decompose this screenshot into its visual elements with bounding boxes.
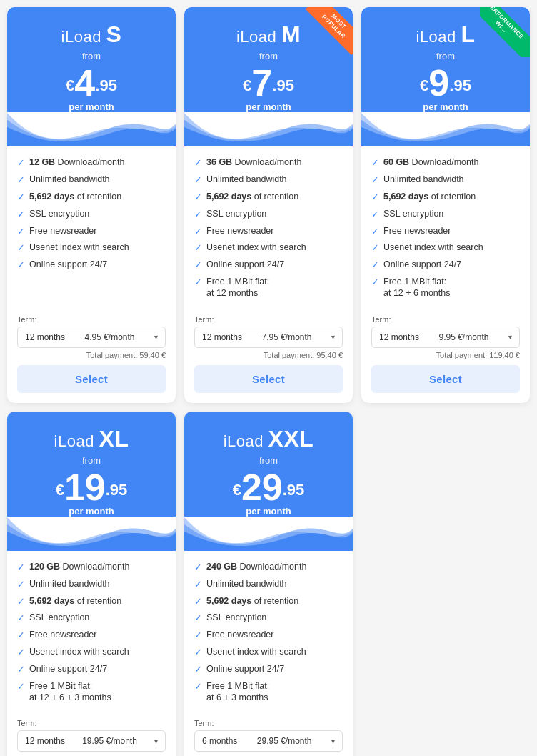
check-icon: ✓ — [194, 612, 202, 625]
term-price-xxl: 29.95 €/month — [257, 736, 312, 746]
feature-text: SSL encryption — [206, 208, 266, 219]
feature-item: ✓ Online support 24/7 — [194, 259, 343, 272]
plan-header-m: MOSTPOPULAR iLoad M from €7.95 per month — [184, 7, 353, 112]
check-icon: ✓ — [194, 647, 202, 659]
term-select-xxl[interactable]: 6 months 29.95 €/month ▾ — [194, 730, 343, 752]
check-icon: ✓ — [194, 277, 202, 289]
feature-item: ✓ SSL encryption — [17, 208, 166, 221]
wave-xl — [7, 517, 176, 551]
row-1: iLoad S from €4.95 per month ✓ 12 GB Dow… — [7, 7, 530, 403]
plan-title-s: iLoad S — [19, 21, 164, 48]
feature-text: Free 1 MBit flat:at 12 + 6 months — [383, 276, 450, 299]
check-icon: ✓ — [194, 630, 202, 642]
feature-text: 5,692 days of retention — [206, 191, 298, 202]
badge-label-m: MOSTPOPULAR — [306, 7, 353, 55]
plan-from-m: from — [196, 51, 341, 61]
term-price-s: 4.95 €/month — [84, 332, 134, 342]
plan-cents-l: .95 — [449, 76, 471, 94]
term-option-m: 12 months — [202, 332, 242, 342]
select-button-m[interactable]: Select — [194, 365, 343, 393]
feature-item: ✓ Unlimited bandwidth — [371, 174, 520, 186]
feature-text: Free newsreader — [206, 225, 274, 237]
feature-text: Unlimited bandwidth — [383, 174, 464, 185]
select-button-l[interactable]: Select — [371, 365, 520, 393]
feature-item: ✓ Usenet index with search — [194, 646, 343, 659]
plan-features-s: ✓ 12 GB Download/month ✓ Unlimited bandw… — [7, 146, 176, 309]
check-icon: ✓ — [194, 226, 202, 238]
check-icon: ✓ — [371, 242, 379, 254]
feature-item: ✓ Unlimited bandwidth — [17, 174, 166, 186]
check-icon: ✓ — [194, 157, 202, 169]
plan-euro-m: € — [243, 76, 251, 94]
feature-item: ✓ 5,692 days of retention — [17, 595, 166, 608]
plan-footer-l: Term: 12 months 9.95 €/month ▾ Total pay… — [361, 309, 530, 403]
feature-text: 5,692 days of retention — [383, 191, 476, 202]
plan-features-l: ✓ 60 GB Download/month ✓ Unlimited bandw… — [361, 146, 530, 309]
feature-text: Free newsreader — [383, 225, 451, 237]
plan-header-l: PERFORMANCE-WI... iLoad L from €9.95 per… — [361, 7, 530, 112]
feature-text: Free 1 MBit flat:at 12 months — [206, 276, 269, 299]
plan-price-m: €7.95 — [196, 64, 341, 101]
term-select-xl[interactable]: 12 months 19.95 €/month ▾ — [17, 730, 166, 752]
select-button-s[interactable]: Select — [17, 365, 166, 393]
term-label-m: Term: — [194, 315, 343, 324]
plan-cents-s: .95 — [95, 76, 117, 94]
check-icon: ✓ — [371, 259, 379, 272]
check-icon: ✓ — [194, 242, 202, 254]
feature-text: Online support 24/7 — [29, 663, 107, 675]
wave-m — [184, 112, 353, 146]
check-icon: ✓ — [17, 259, 25, 272]
plan-cents-xxl: .95 — [283, 481, 305, 499]
feature-item: ✓ 5,692 days of retention — [194, 595, 343, 608]
row-2: iLoad XL from €19.95 per month ✓ 120 GB … — [7, 412, 530, 756]
chevron-down-icon: ▾ — [331, 333, 335, 341]
check-icon: ✓ — [194, 192, 202, 204]
plan-main-m: 7 — [251, 62, 272, 104]
feature-item: ✓ 5,692 days of retention — [194, 191, 343, 204]
feature-item: ✓ Online support 24/7 — [194, 663, 343, 676]
feature-text: Free 1 MBit flat:at 6 + 3 months — [206, 680, 269, 704]
plan-price-xxl: €29.95 — [196, 469, 341, 506]
check-icon: ✓ — [17, 681, 25, 693]
plan-main-s: 4 — [74, 62, 95, 104]
feature-item: ✓ 5,692 days of retention — [371, 191, 520, 204]
plan-footer-m: Term: 12 months 7.95 €/month ▾ Total pay… — [184, 309, 353, 403]
plan-euro-s: € — [66, 76, 74, 94]
term-select-s[interactable]: 12 months 4.95 €/month ▾ — [17, 327, 166, 348]
feature-item: ✓ SSL encryption — [17, 612, 166, 625]
term-select-l[interactable]: 12 months 9.95 €/month ▾ — [371, 327, 520, 348]
feature-text: Free 1 MBit flat:at 12 + 6 + 3 months — [29, 680, 111, 704]
term-price-xl: 19.95 €/month — [82, 736, 137, 746]
plan-euro-l: € — [420, 76, 428, 94]
feature-text: SSL encryption — [29, 612, 89, 623]
term-price-m: 7.95 €/month — [261, 332, 311, 342]
plan-from-s: from — [19, 51, 164, 61]
term-select-m[interactable]: 12 months 7.95 €/month ▾ — [194, 327, 343, 348]
feature-item: ✓ Free 1 MBit flat:at 6 + 3 months — [194, 680, 343, 704]
plan-title-xxl: iLoad XXL — [196, 426, 341, 452]
plan-main-l: 9 — [428, 62, 449, 104]
plan-per-month-xl: per month — [19, 506, 164, 517]
plan-price-s: €4.95 — [19, 64, 164, 101]
check-icon: ✓ — [194, 579, 202, 591]
check-icon: ✓ — [17, 596, 25, 608]
term-price-l: 9.95 €/month — [438, 332, 488, 342]
check-icon: ✓ — [371, 226, 379, 238]
feature-text: 12 GB Download/month — [29, 156, 124, 168]
check-icon: ✓ — [17, 226, 25, 238]
check-icon: ✓ — [194, 596, 202, 608]
check-icon: ✓ — [194, 681, 202, 693]
feature-item: ✓ SSL encryption — [194, 612, 343, 625]
check-icon: ✓ — [17, 192, 25, 204]
pricing-grid: iLoad S from €4.95 per month ✓ 12 GB Dow… — [7, 7, 530, 756]
feature-item: ✓ Usenet index with search — [371, 242, 520, 254]
feature-item: ✓ Free newsreader — [194, 629, 343, 642]
badge-l: PERFORMANCE-WI... — [480, 7, 530, 57]
check-icon: ✓ — [371, 192, 379, 204]
feature-text: Free newsreader — [29, 629, 97, 640]
feature-item: ✓ Online support 24/7 — [371, 259, 520, 272]
feature-text: Online support 24/7 — [206, 663, 284, 675]
check-icon: ✓ — [194, 562, 202, 574]
plan-from-xxl: from — [196, 455, 341, 466]
feature-item: ✓ 36 GB Download/month — [194, 156, 343, 169]
